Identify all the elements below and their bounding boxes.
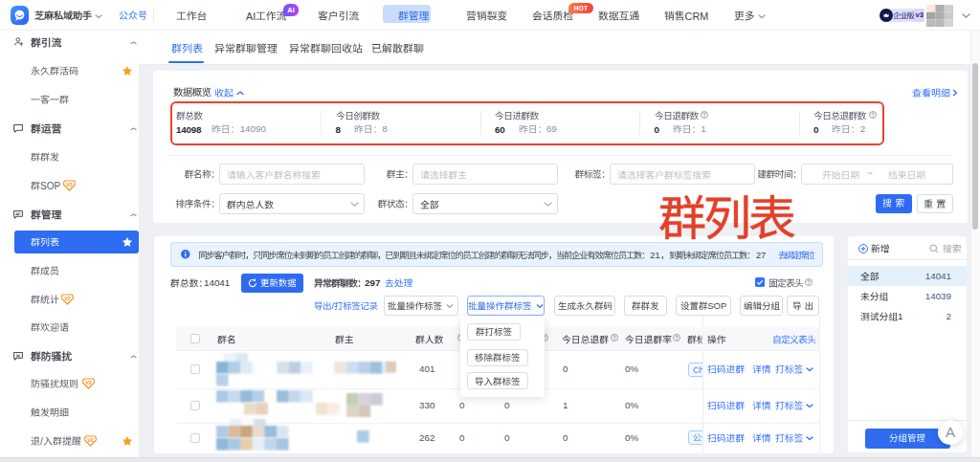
svg-text:V2: V2	[87, 437, 94, 443]
svg-text:V2: V2	[85, 380, 92, 385]
svg-text:V2: V2	[66, 182, 73, 187]
svg-text:V2: V2	[64, 296, 71, 301]
